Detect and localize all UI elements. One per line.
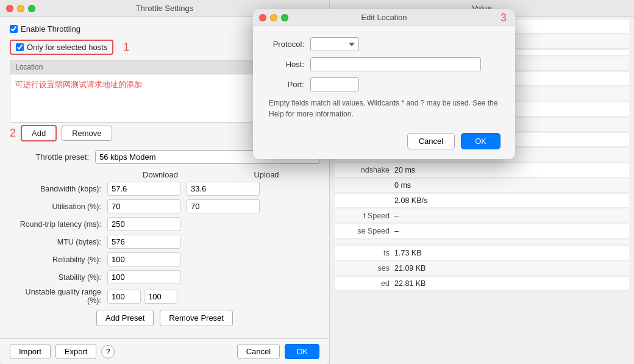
enable-throttling-checkbox[interactable] xyxy=(10,25,18,33)
remove-preset-button[interactable]: Remove Preset xyxy=(160,310,233,326)
value-row: se Speed– xyxy=(335,224,629,238)
unstable-input-1[interactable] xyxy=(107,290,141,304)
reliability-input[interactable] xyxy=(107,252,180,266)
close-button[interactable] xyxy=(6,5,13,12)
cancel-button[interactable]: Cancel xyxy=(237,344,280,359)
only-selected-text: Only for selected hosts xyxy=(27,43,107,52)
dialog-close-button[interactable] xyxy=(259,14,266,21)
port-row: Port: xyxy=(268,77,500,91)
annotation-1: 1 xyxy=(123,41,129,54)
unstable-input-2[interactable] xyxy=(144,290,177,304)
mtu-input[interactable] xyxy=(107,235,180,249)
value-val: 0 ms xyxy=(394,181,411,190)
host-row: Host: xyxy=(268,57,500,71)
download-col-label: Download xyxy=(107,170,213,179)
maximize-button[interactable] xyxy=(28,5,35,12)
value-key: t Speed xyxy=(340,212,394,220)
utilisation-row: Utilisation (%): xyxy=(10,199,319,213)
value-key: ses xyxy=(340,264,394,273)
bottom-buttons: Import Export ? Cancel OK xyxy=(0,338,329,364)
stability-input[interactable] xyxy=(107,270,180,284)
value-key: ndshake xyxy=(340,166,394,174)
value-val: 21.09 KB xyxy=(394,264,426,273)
host-input[interactable] xyxy=(310,57,481,71)
annotation-2: 2 xyxy=(10,127,16,140)
preset-buttons-row: Add Preset Remove Preset xyxy=(10,310,319,326)
stability-row: Stability (%): xyxy=(10,270,319,284)
dialog-buttons: Cancel OK xyxy=(268,128,500,152)
dialog-body: Protocol: http https ftp Host: Port: Emp… xyxy=(253,26,515,159)
only-selected-checkbox[interactable] xyxy=(16,43,24,51)
throttle-preset-label: Throttle preset: xyxy=(10,152,89,162)
utilisation-download-input[interactable] xyxy=(107,199,180,213)
value-row: ndshake20 ms xyxy=(335,163,629,177)
add-preset-button[interactable]: Add Preset xyxy=(96,310,154,326)
value-key xyxy=(340,196,394,205)
value-row: ses21.09 KB xyxy=(335,262,629,276)
value-val: 20 ms xyxy=(394,166,415,174)
value-row: ts1.73 KB xyxy=(335,246,629,260)
value-row: t Speed– xyxy=(335,209,629,223)
stability-label: Stability (%): xyxy=(10,273,107,282)
export-button[interactable]: Export xyxy=(55,344,97,359)
host-label: Host: xyxy=(268,60,310,69)
bandwidth-row: Bandwidth (kbps): xyxy=(10,182,319,196)
unstable-label: Unstable quality range (%): xyxy=(10,288,107,305)
port-input[interactable] xyxy=(310,77,359,91)
value-val: 1.73 KB xyxy=(394,249,421,257)
round-trip-input[interactable] xyxy=(107,217,180,231)
bandwidth-upload-input[interactable] xyxy=(187,182,260,196)
round-trip-label: Round-trip latency (ms): xyxy=(10,220,107,229)
value-row: 2.08 KB/s xyxy=(335,194,629,208)
help-button[interactable]: ? xyxy=(101,345,115,359)
remove-location-button[interactable]: Remove xyxy=(62,126,112,141)
protocol-select[interactable]: http https ftp xyxy=(310,37,359,51)
only-selected-box: Only for selected hosts xyxy=(10,40,113,55)
dialog-minimize-button[interactable] xyxy=(270,14,277,21)
dialog-window-controls xyxy=(259,14,288,21)
annotation-3: 3 xyxy=(500,12,507,24)
reliability-row: Reliability (%): xyxy=(10,252,319,266)
throttle-window-title: Throttle Settings xyxy=(136,4,194,13)
bandwidth-download-input[interactable] xyxy=(107,182,180,196)
value-key: ts xyxy=(340,249,394,257)
value-row xyxy=(335,240,629,245)
reliability-label: Reliability (%): xyxy=(10,255,107,264)
dialog-cancel-button[interactable]: Cancel xyxy=(407,133,455,149)
bandwidth-label: Bandwidth (kbps): xyxy=(10,185,107,193)
value-val: – xyxy=(394,227,399,235)
value-val: 2.08 KB/s xyxy=(394,196,427,205)
utilisation-label: Utilisation (%): xyxy=(10,202,107,211)
dialog-help-text: Empty fields match all values. Wildcards… xyxy=(268,98,500,120)
round-trip-row: Round-trip latency (ms): xyxy=(10,217,319,231)
window-controls xyxy=(6,5,35,12)
value-row: 0 ms xyxy=(335,179,629,193)
dialog-title: Edit Location xyxy=(361,13,407,22)
value-key xyxy=(340,181,394,190)
value-key: ed xyxy=(340,279,394,288)
protocol-label: Protocol: xyxy=(268,40,310,49)
ok-button[interactable]: OK xyxy=(285,344,319,359)
dialog-titlebar: Edit Location 3 xyxy=(253,9,515,26)
value-val: 22.81 KB xyxy=(394,279,426,288)
add-location-button[interactable]: Add xyxy=(21,125,57,141)
bottom-right-buttons: Cancel OK xyxy=(237,344,319,359)
import-button[interactable]: Import xyxy=(10,344,51,359)
edit-location-dialog: Edit Location 3 Protocol: http https ftp… xyxy=(253,9,515,159)
only-selected-label[interactable]: Only for selected hosts xyxy=(16,43,107,52)
value-key: se Speed xyxy=(340,227,394,235)
minimize-button[interactable] xyxy=(17,5,24,12)
dl-ul-header: Download Upload xyxy=(10,170,319,179)
value-row: ed22.81 KB xyxy=(335,277,629,291)
mtu-label: MTU (bytes): xyxy=(10,238,107,246)
mtu-row: MTU (bytes): xyxy=(10,235,319,249)
dialog-maximize-button[interactable] xyxy=(281,14,288,21)
enable-throttling-text: Enable Throttling xyxy=(21,24,80,34)
port-label: Port: xyxy=(268,80,310,89)
dialog-ok-button[interactable]: OK xyxy=(461,133,500,149)
value-val: – xyxy=(394,212,399,220)
upload-col-label: Upload xyxy=(213,170,319,179)
utilisation-upload-input[interactable] xyxy=(187,199,260,213)
enable-throttling-label[interactable]: Enable Throttling xyxy=(10,24,80,34)
unstable-row: Unstable quality range (%): xyxy=(10,288,319,305)
